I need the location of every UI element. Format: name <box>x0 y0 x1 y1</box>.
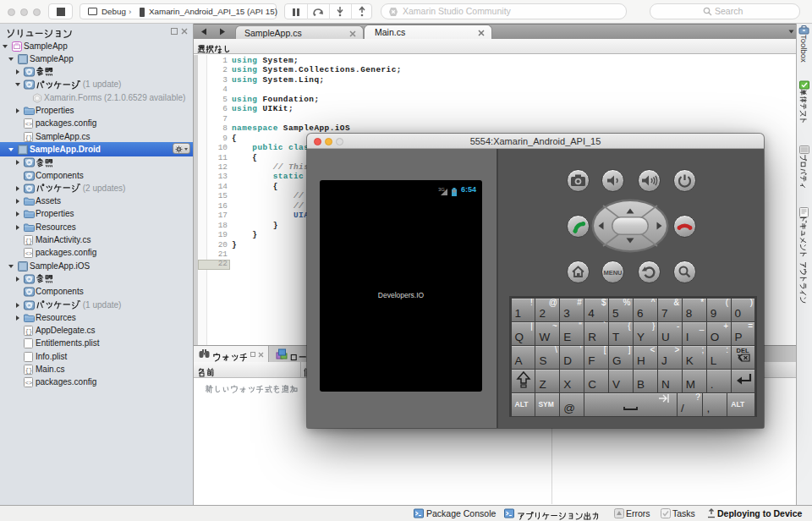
svg-text:<>: <> <box>25 250 32 257</box>
svg-text:{}: {} <box>25 134 32 141</box>
svg-text:<>: <> <box>25 121 32 128</box>
svg-text:DEL: DEL <box>736 347 749 354</box>
svg-text:3G: 3G <box>438 187 445 192</box>
svg-text:<>: <> <box>25 380 32 387</box>
svg-text:MENU: MENU <box>604 269 623 277</box>
svg-text:{}: {} <box>25 367 32 374</box>
svg-text:{}: {} <box>25 238 32 244</box>
svg-text:{}: {} <box>25 328 32 335</box>
